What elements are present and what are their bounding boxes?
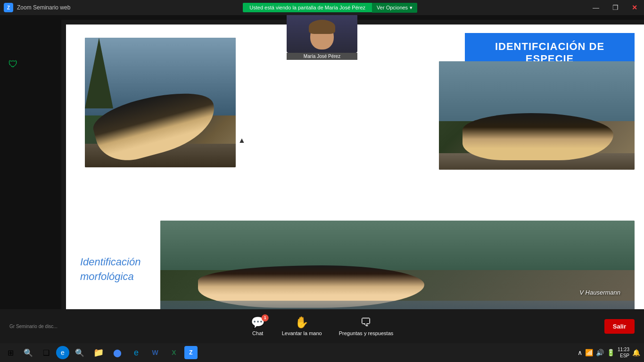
taskbar-right: ∧ 📶 🔊 🔋 11:23 ESP 🔔 xyxy=(578,346,644,359)
network-icon[interactable]: 📶 xyxy=(585,349,593,356)
slide-image-bottom: V Hausermann xyxy=(160,221,635,320)
main-presentation-area: María José Pérez IDENTIFCIACIÓN DE ESPEC… xyxy=(0,15,644,322)
taskbar-search-icon[interactable]: 🔍 xyxy=(71,344,88,361)
qa-icon: 🗨 xyxy=(360,317,372,328)
clock-time: 11:23 xyxy=(618,346,629,353)
taskbar-word-icon[interactable]: W xyxy=(147,344,164,361)
windows-taskbar: ⊞ 🔍 ❑ e 🔍 📁 ⬤ e W X Z ∧ 📶 🔊 🔋 11:23 ESP … xyxy=(0,343,644,362)
restore-button[interactable]: ❐ xyxy=(610,3,621,12)
minimize-button[interactable]: — xyxy=(590,3,602,12)
water-bg-2 xyxy=(439,61,635,121)
title-bar-right: — ❐ ✕ xyxy=(590,3,644,12)
screen-share-banner: Usted está viendo la pantalla de María J… xyxy=(243,3,372,12)
system-clock[interactable]: 11:23 ESP xyxy=(618,346,629,359)
zoom-toolbar-center: 💬 1 Chat ✋ Levantar la mano 🗨 Preguntas … xyxy=(251,317,394,336)
presenter-video: María José Pérez xyxy=(287,15,357,60)
ver-opciones-button[interactable]: Ver Opciones ▾ xyxy=(372,3,417,13)
taskbar-left: ⊞ 🔍 ❑ e 🔍 📁 ⬤ e W X Z xyxy=(0,344,198,361)
photo-credit-label: V Hausermann xyxy=(579,289,620,296)
app-title: Zoom Seminario web xyxy=(17,4,70,11)
taskbar-excel-icon[interactable]: X xyxy=(165,344,182,361)
chat-label: Chat xyxy=(252,330,263,336)
taskbar-zoom-icon[interactable]: Z xyxy=(184,346,198,359)
raise-hand-icon: ✋ xyxy=(295,317,309,328)
taskbar-edge-icon[interactable]: e xyxy=(56,346,69,359)
title-bar: Z Zoom Seminario web Usted está viendo l… xyxy=(0,0,644,15)
taskbar-explorer-icon[interactable]: 📁 xyxy=(90,344,107,361)
whale-body-2 xyxy=(462,113,613,160)
presenter-video-frame xyxy=(287,15,357,53)
raise-hand-label: Levantar la mano xyxy=(282,330,322,336)
slide-image-top-left xyxy=(85,38,236,167)
presenter-name-label: María José Pérez xyxy=(287,53,357,60)
shield-icon: 🛡 xyxy=(8,59,19,69)
sound-icon[interactable]: 🔊 xyxy=(596,349,604,356)
taskbar-edge2-icon[interactable]: e xyxy=(128,344,145,361)
taskbar-chrome-icon[interactable]: ⬤ xyxy=(109,344,126,361)
presenter-face xyxy=(287,15,357,53)
water-bg-3 xyxy=(160,221,635,270)
chat-button[interactable]: 💬 1 Chat xyxy=(251,317,265,336)
close-button[interactable]: ✕ xyxy=(629,3,640,12)
search-button[interactable]: 🔍 xyxy=(20,344,37,361)
zoom-toolbar-left: Gr Seminario de disc... xyxy=(9,324,58,329)
salir-button[interactable]: Salir xyxy=(604,319,635,334)
qa-button[interactable]: 🗨 Preguntas y respuestas xyxy=(339,317,394,336)
qa-label: Preguntas y respuestas xyxy=(339,330,394,336)
start-button[interactable]: ⊞ xyxy=(2,344,19,361)
task-view-button[interactable]: ❑ xyxy=(38,344,55,361)
zoom-toolbar: Gr Seminario de disc... 💬 1 Chat ✋ Levan… xyxy=(0,309,644,343)
presenter-hair xyxy=(309,20,335,34)
title-bar-left: Z Zoom Seminario web xyxy=(0,3,70,12)
presenter-avatar xyxy=(310,24,334,49)
slide-body-text: Identificaciónmorfológica xyxy=(80,255,140,284)
slide: IDENTIFCIACIÓN DE ESPECIE V Hauserma xyxy=(66,25,644,322)
slide-container: IDENTIFCIACIÓN DE ESPECIE V Hauserma xyxy=(61,20,644,322)
battery-icon[interactable]: 🔋 xyxy=(607,349,615,356)
zoom-logo-icon: Z xyxy=(4,3,13,12)
clock-lang: ESP xyxy=(618,353,629,359)
title-bar-center: Usted está viendo la pantalla de María J… xyxy=(243,3,417,13)
raise-hand-button[interactable]: ✋ Levantar la mano xyxy=(282,317,322,336)
chat-badge: 1 xyxy=(262,314,269,321)
tray-up-icon[interactable]: ∧ xyxy=(578,349,582,356)
notification-icon[interactable]: 🔔 xyxy=(632,349,640,356)
slide-image-top-right xyxy=(439,61,635,170)
